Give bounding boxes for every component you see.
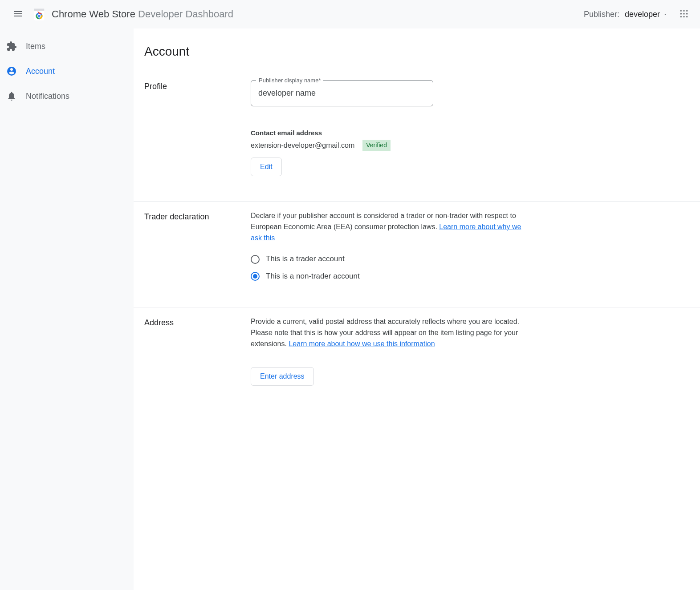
svg-point-10	[680, 16, 682, 17]
menu-button[interactable]	[7, 4, 28, 25]
verified-badge: Verified	[362, 140, 391, 151]
publisher-label: Publisher:	[584, 10, 619, 19]
brand-sub: Developer Dashboard	[138, 8, 233, 20]
chrome-web-store-logo-icon	[32, 7, 46, 21]
sidebar-item-account[interactable]: Account	[0, 59, 134, 84]
publisher-display-name-label: Publisher display name*	[256, 76, 323, 85]
section-trader: Trader declaration Declare if your publi…	[134, 202, 700, 307]
sidebar-item-label: Items	[26, 42, 45, 51]
sidebar-item-items[interactable]: Items	[0, 34, 134, 59]
brand-main: Chrome Web Store	[52, 8, 135, 20]
enter-address-button[interactable]: Enter address	[251, 367, 314, 386]
svg-point-4	[680, 10, 682, 11]
page-title: Account	[134, 44, 700, 71]
edit-email-button[interactable]: Edit	[251, 158, 282, 176]
brand-title: Chrome Web Store Developer Dashboard	[52, 8, 233, 20]
section-label-profile: Profile	[144, 80, 240, 176]
hamburger-icon	[12, 8, 23, 20]
main-content: Account Profile Publisher display name* …	[134, 28, 700, 590]
account-circle-icon	[6, 66, 17, 77]
svg-point-12	[686, 16, 688, 17]
section-label-trader: Trader declaration	[144, 210, 240, 282]
publisher-display-name-field: Publisher display name*	[251, 80, 433, 106]
svg-point-9	[686, 13, 688, 14]
svg-point-11	[683, 16, 684, 17]
section-profile: Profile Publisher display name* Contact …	[134, 71, 700, 202]
bell-icon	[6, 91, 17, 101]
svg-rect-0	[34, 9, 45, 11]
radio-trader[interactable]	[251, 255, 260, 264]
radio-row-trader[interactable]: This is a trader account	[251, 253, 527, 265]
contact-email-value: extension-developer@gmail.com	[251, 140, 354, 151]
radio-row-nontrader[interactable]: This is a non-trader account	[251, 271, 527, 282]
sidebar-item-label: Notifications	[26, 92, 69, 101]
apps-grid-icon	[680, 9, 688, 20]
svg-point-7	[680, 13, 682, 14]
contact-email-title: Contact email address	[251, 128, 527, 138]
google-apps-button[interactable]	[675, 5, 693, 23]
sidebar-item-notifications[interactable]: Notifications	[0, 84, 134, 109]
publisher-value: developer	[625, 10, 660, 19]
section-address: Address Provide a current, valid postal …	[134, 307, 700, 411]
sidebar: Items Account Notifications	[0, 28, 134, 590]
radio-trader-label: This is a trader account	[266, 253, 345, 265]
sidebar-item-label: Account	[26, 67, 55, 76]
svg-point-6	[686, 10, 688, 11]
caret-down-icon	[663, 10, 668, 19]
publisher-select[interactable]: developer	[625, 10, 668, 19]
radio-nontrader[interactable]	[251, 272, 260, 281]
svg-point-5	[683, 10, 684, 11]
section-label-address: Address	[144, 316, 240, 386]
extension-icon	[6, 41, 17, 52]
address-learn-more-link[interactable]: Learn more about how we use this informa…	[289, 340, 435, 348]
svg-point-8	[683, 13, 684, 14]
radio-nontrader-label: This is a non-trader account	[266, 271, 360, 282]
app-header: Chrome Web Store Developer Dashboard Pub…	[0, 0, 700, 28]
